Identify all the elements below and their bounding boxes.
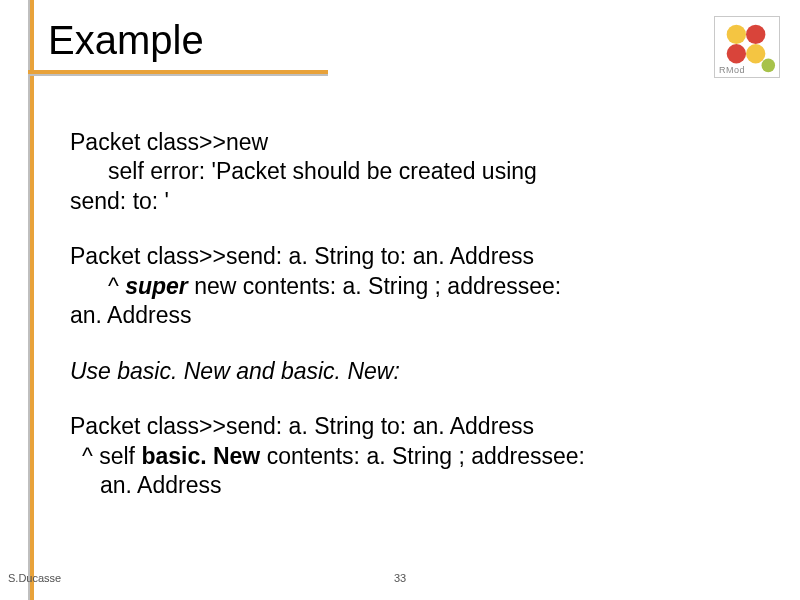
title-underline — [28, 70, 328, 76]
code-line: an. Address — [70, 301, 760, 330]
code-block-2: Packet class>>send: a. String to: an. Ad… — [70, 242, 760, 330]
text: new contents: a. String ; addressee: — [188, 273, 561, 299]
code-line: ^ self basic. New contents: a. String ; … — [70, 442, 760, 471]
logo-label: RMod — [719, 65, 745, 75]
svg-point-2 — [727, 44, 746, 63]
code-line: an. Address — [70, 471, 760, 500]
rmod-logo: RMod — [714, 16, 780, 78]
text: contents: a. String ; addressee: — [260, 443, 585, 469]
keyword-super: super — [125, 273, 188, 299]
svg-point-3 — [746, 44, 765, 63]
content: Packet class>>new self error: 'Packet sh… — [70, 128, 760, 500]
code-line: Packet class>>send: a. String to: an. Ad… — [70, 242, 760, 271]
svg-point-0 — [727, 25, 746, 44]
underline-gray — [28, 74, 328, 76]
note-block: Use basic. New and basic. New: — [70, 357, 760, 386]
code-line: Packet class>>send: a. String to: an. Ad… — [70, 412, 760, 441]
left-rule — [28, 0, 34, 600]
code-line: ^ super new contents: a. String ; addres… — [70, 272, 760, 301]
code-line: self error: 'Packet should be created us… — [70, 157, 760, 186]
note-text: Use basic. New and basic. New: — [70, 357, 760, 386]
code-line: send: to: ' — [70, 187, 760, 216]
text: ^ — [108, 273, 125, 299]
code-block-1: Packet class>>new self error: 'Packet sh… — [70, 128, 760, 216]
slide-title: Example — [0, 18, 800, 67]
footer-author: S.Ducasse — [8, 572, 61, 584]
code-line: Packet class>>new — [70, 128, 760, 157]
svg-point-4 — [762, 59, 776, 73]
footer-page-number: 33 — [394, 572, 406, 584]
keyword-basicnew: basic. New — [141, 443, 260, 469]
title-area: Example — [0, 0, 800, 67]
code-block-3: Packet class>>send: a. String to: an. Ad… — [70, 412, 760, 500]
text: ^ self — [82, 443, 141, 469]
slide: Example RMod Packet class>>new self erro… — [0, 0, 800, 600]
svg-point-1 — [746, 25, 765, 44]
rule-orange — [30, 0, 34, 600]
